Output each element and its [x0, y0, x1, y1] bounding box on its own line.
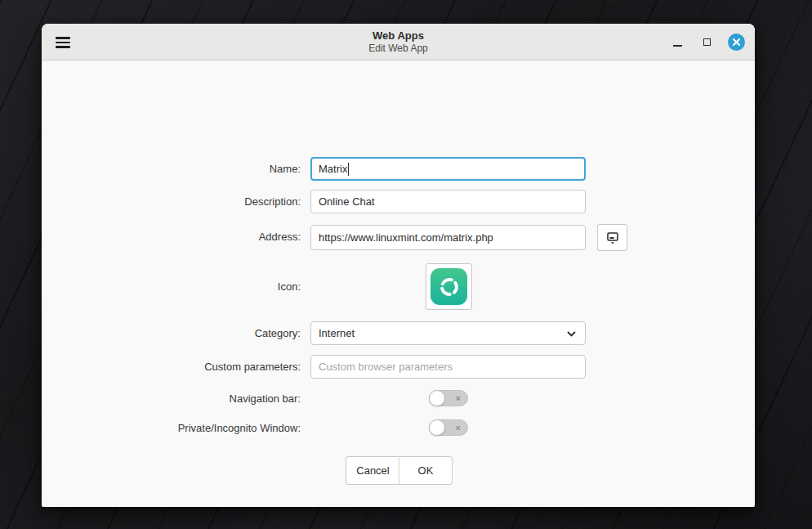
close-button[interactable]	[728, 34, 745, 51]
maximize-icon	[703, 38, 711, 46]
maximize-button[interactable]	[698, 34, 715, 51]
minimize-icon	[673, 45, 682, 47]
private-window-toggle[interactable]: ×	[429, 419, 468, 436]
chevron-down-icon	[566, 329, 577, 339]
desktop-background: Web Apps Edit Web App Name: Matrix	[0, 0, 812, 529]
address-input[interactable]	[310, 225, 586, 250]
address-label: Address:	[42, 224, 301, 249]
ok-button[interactable]: OK	[399, 456, 453, 485]
text-caret	[348, 163, 349, 176]
custom-parameters-label: Custom parameters:	[42, 355, 301, 379]
category-label: Category:	[42, 321, 301, 345]
matrix-app-icon	[431, 268, 467, 305]
description-label: Description:	[42, 190, 301, 213]
window-subtitle: Edit Web App	[42, 43, 755, 55]
display-icon	[605, 231, 620, 245]
toggle-knob	[429, 390, 445, 406]
name-input[interactable]: Matrix	[310, 157, 586, 181]
close-icon	[728, 34, 745, 51]
private-window-label: Private/Incognito Window:	[42, 419, 301, 436]
navigation-bar-toggle[interactable]: ×	[429, 390, 468, 406]
cancel-button[interactable]: Cancel	[346, 456, 399, 485]
custom-parameters-input[interactable]	[310, 355, 586, 379]
toggle-off-x-icon: ×	[456, 391, 461, 406]
description-input[interactable]	[310, 190, 586, 213]
web-apps-window: Web Apps Edit Web App Name: Matrix	[42, 24, 755, 507]
open-in-browser-button[interactable]	[597, 224, 627, 251]
icon-label: Icon:	[42, 263, 301, 310]
category-select[interactable]: Internet	[310, 321, 586, 345]
toggle-off-x-icon: ×	[456, 420, 461, 435]
swirl-arcs-icon	[435, 273, 463, 301]
window-title: Web Apps	[42, 29, 755, 43]
app-icon-button[interactable]	[426, 263, 472, 310]
edit-web-app-form: Name: Matrix Description: Address: Icon:	[42, 61, 755, 507]
name-label: Name:	[42, 157, 301, 181]
titlebar: Web Apps Edit Web App	[42, 24, 755, 61]
toggle-knob	[429, 419, 445, 436]
minimize-button[interactable]	[669, 34, 685, 51]
navigation-bar-label: Navigation bar:	[42, 390, 301, 406]
